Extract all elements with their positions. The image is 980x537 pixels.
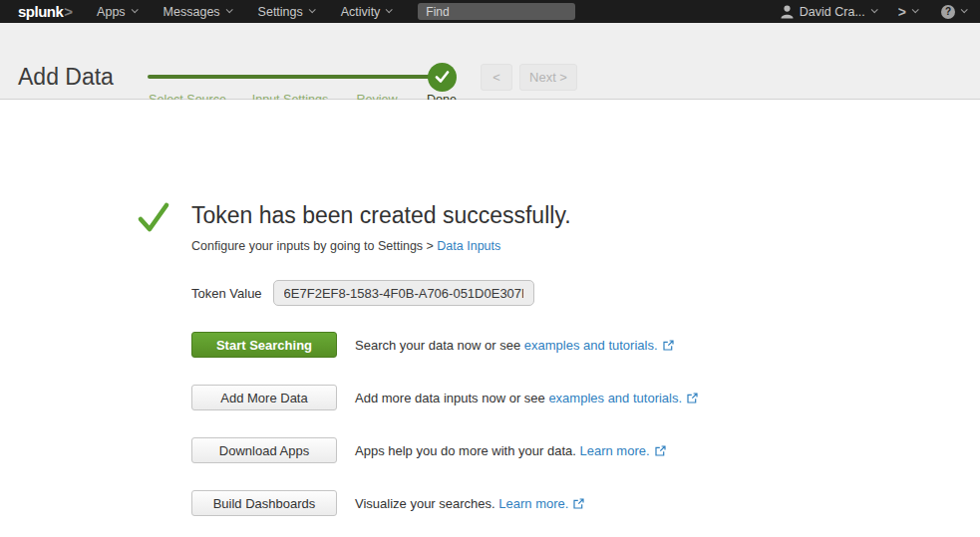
- success-message: Token has been created successfully.: [191, 202, 571, 229]
- menu-apps-label: Apps: [97, 5, 126, 19]
- chevron-down-icon: [870, 6, 877, 13]
- success-check-icon: [137, 200, 170, 234]
- find-search-input[interactable]: [418, 3, 575, 20]
- user-icon: [781, 5, 794, 19]
- chevron-down-icon: [225, 6, 232, 13]
- topnav-right-group: David Cra... > ?: [781, 4, 966, 20]
- menu-settings-label: Settings: [258, 5, 303, 19]
- learn-more-link[interactable]: Learn more.: [579, 443, 649, 458]
- external-link-icon: [663, 340, 674, 351]
- chevron-down-icon: [961, 6, 968, 13]
- external-link-icon: [655, 445, 666, 456]
- back-button[interactable]: <: [481, 64, 512, 91]
- user-name: David Cra...: [800, 5, 865, 19]
- next-button[interactable]: Next >: [519, 64, 577, 91]
- splunk-logo[interactable]: splunk >: [18, 3, 73, 20]
- action-desc-text: Search your data now or see: [355, 338, 524, 353]
- main-content: Token has been created successfully. Con…: [0, 100, 980, 537]
- splunk-logo-chevron: >: [64, 3, 73, 20]
- chevron-down-icon: [912, 6, 919, 13]
- help-icon: ?: [941, 5, 955, 19]
- learn-more-link[interactable]: Learn more.: [498, 496, 568, 511]
- action-desc: Visualize your searches. Learn more.: [355, 496, 584, 511]
- wizard-header: Add Data Select Source Input Settings Re…: [0, 23, 980, 100]
- external-link-icon: [573, 498, 584, 509]
- token-row: Token Value: [191, 280, 534, 306]
- chevron-down-icon: [131, 6, 138, 13]
- menu-apps[interactable]: Apps: [97, 5, 137, 19]
- chevron-down-icon: [308, 6, 315, 13]
- prompt-glyph: >: [898, 4, 906, 20]
- top-navigation-bar: splunk > Apps Messages Settings Activity…: [0, 0, 980, 23]
- menu-messages[interactable]: Messages: [163, 5, 231, 19]
- download-apps-button[interactable]: Download Apps: [191, 437, 337, 463]
- token-value-label: Token Value: [191, 286, 262, 301]
- menu-settings[interactable]: Settings: [258, 5, 314, 19]
- action-desc-text: Add more data inputs now or see: [355, 391, 548, 405]
- start-searching-button[interactable]: Start Searching: [191, 332, 337, 358]
- token-value-field[interactable]: [273, 280, 534, 306]
- action-desc: Apps help you do more with your data. Le…: [355, 443, 666, 458]
- action-row-add-more-data: Add More Data Add more data inputs now o…: [191, 385, 698, 410]
- action-row-build-dashboards: Build Dashboards Visualize your searches…: [191, 490, 584, 516]
- action-desc-text: Apps help you do more with your data.: [355, 443, 579, 458]
- configure-hint-text: Configure your inputs by going to Settin…: [191, 239, 437, 253]
- add-more-data-button[interactable]: Add More Data: [191, 385, 337, 410]
- chevron-down-icon: [386, 6, 393, 13]
- action-row-start-searching: Start Searching Search your data now or …: [191, 332, 674, 358]
- check-icon: [435, 71, 450, 84]
- build-dashboards-button[interactable]: Build Dashboards: [191, 490, 337, 516]
- action-desc: Search your data now or see examples and…: [355, 338, 674, 353]
- page-title: Add Data: [18, 64, 114, 91]
- menu-activity-label: Activity: [341, 5, 381, 19]
- menu-messages-label: Messages: [163, 5, 220, 19]
- data-inputs-link[interactable]: Data Inputs: [437, 239, 500, 253]
- wizard-progress-line: [148, 75, 439, 79]
- splunk-prompt-menu[interactable]: >: [898, 4, 917, 20]
- examples-tutorials-link[interactable]: examples and tutorials.: [524, 338, 658, 353]
- user-menu[interactable]: David Cra...: [781, 5, 876, 19]
- action-row-download-apps: Download Apps Apps help you do more with…: [191, 437, 666, 463]
- configure-hint: Configure your inputs by going to Settin…: [191, 239, 500, 253]
- action-desc: Add more data inputs now or see examples…: [355, 391, 698, 405]
- action-desc-text: Visualize your searches.: [355, 496, 498, 511]
- external-link-icon: [687, 393, 698, 403]
- splunk-logo-text: splunk: [18, 3, 63, 20]
- menu-activity[interactable]: Activity: [341, 5, 392, 19]
- wizard-done-check: [428, 63, 457, 92]
- examples-tutorials-link[interactable]: examples and tutorials.: [548, 391, 682, 405]
- help-menu[interactable]: ?: [941, 5, 966, 19]
